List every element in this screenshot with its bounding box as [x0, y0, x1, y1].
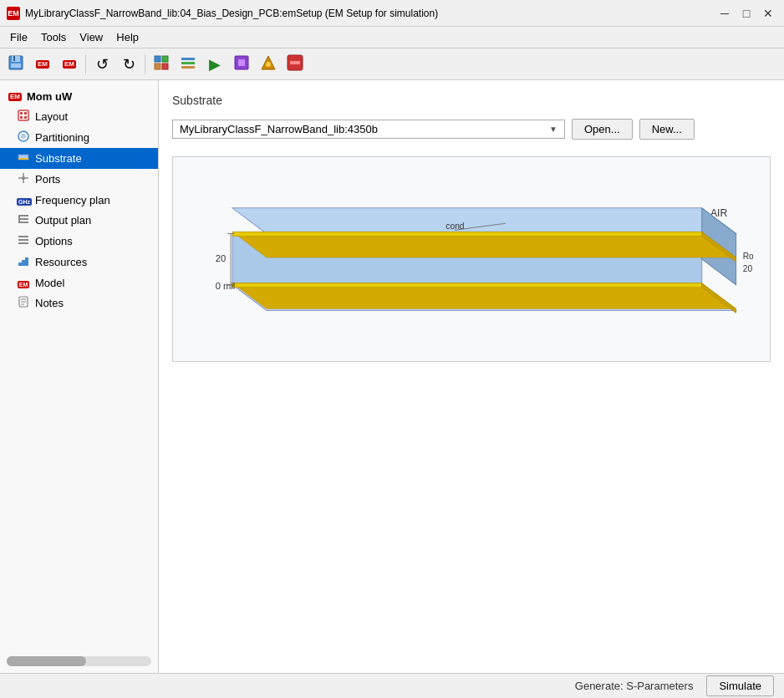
- svg-rect-20: [24, 112, 27, 115]
- sidebar-header-label: Mom uW: [27, 90, 72, 103]
- simulate-button[interactable]: Simulate: [706, 675, 774, 696]
- undo-button[interactable]: ↺: [89, 52, 115, 77]
- partitioning-icon: [17, 130, 30, 145]
- sidebar-item-options[interactable]: Options: [0, 231, 158, 252]
- maximize-button[interactable]: □: [737, 4, 756, 23]
- sidebar-item-output-plan[interactable]: Output plan: [0, 210, 158, 231]
- substrate-diagram: AIR cond: [172, 156, 771, 362]
- undo-icon: ↺: [96, 55, 109, 74]
- sidebar-header: EM Mom uW: [0, 87, 158, 106]
- svg-rect-8: [181, 58, 195, 60]
- substrate-row: MyLibraryClassF_NarrowBand_lib:4350b ▼ O…: [172, 119, 771, 140]
- sidebar-scrollbar[interactable]: [7, 656, 151, 666]
- svg-rect-12: [238, 59, 245, 66]
- output-icon: [17, 213, 30, 227]
- new-button[interactable]: New...: [639, 119, 695, 140]
- notes-icon: [17, 296, 30, 310]
- separator1: [85, 54, 86, 74]
- svg-text:20 mil: 20 mil: [743, 264, 753, 273]
- svg-point-28: [22, 176, 25, 180]
- main-layout: EM Mom uW Layout Partitioning Substrate: [0, 80, 784, 673]
- sidebar-ports-label: Ports: [35, 173, 60, 186]
- svg-rect-18: [20, 112, 23, 115]
- svg-text:cond: cond: [445, 222, 464, 231]
- resources-icon: [17, 255, 30, 269]
- redo-button[interactable]: ↻: [116, 52, 141, 77]
- sidebar-notes-label: Notes: [35, 297, 64, 309]
- sidebar-resources-label: Resources: [35, 256, 87, 268]
- tool2-button[interactable]: [176, 52, 201, 77]
- title-bar-left: EM MyLibraryClassF_NarrowBand_lib:04_Bia…: [7, 7, 438, 20]
- tool2-icon: [180, 54, 196, 74]
- dropdown-arrow-icon: ▼: [549, 125, 557, 134]
- em2-icon: EM: [63, 60, 76, 69]
- save-button[interactable]: [3, 52, 28, 77]
- em1-button[interactable]: EM: [30, 52, 55, 77]
- substrate-svg: AIR cond: [190, 174, 753, 344]
- em2-button[interactable]: EM: [57, 52, 82, 77]
- sidebar-item-substrate[interactable]: Substrate: [0, 148, 158, 169]
- sidebar-frequency-label: Frequency plan: [35, 194, 110, 206]
- tool3-icon: [233, 54, 250, 74]
- menu-view[interactable]: View: [73, 28, 109, 46]
- svg-rect-32: [18, 215, 20, 223]
- title-bar: EM MyLibraryClassF_NarrowBand_lib:04_Bia…: [0, 0, 784, 27]
- play-button[interactable]: ▶: [202, 52, 227, 77]
- svg-rect-16: [290, 61, 300, 64]
- tool1-button[interactable]: [149, 52, 174, 77]
- section-title: Substrate: [172, 94, 771, 107]
- svg-rect-1: [12, 56, 20, 62]
- svg-rect-38: [25, 257, 28, 266]
- sidebar-item-notes[interactable]: Notes: [0, 293, 158, 313]
- toolbar: EM EM ↺ ↻ ▶: [0, 48, 784, 80]
- svg-point-14: [266, 62, 271, 67]
- window-controls[interactable]: ─ □ ✕: [715, 4, 777, 23]
- sidebar-model-label: Model: [35, 277, 64, 289]
- svg-rect-34: [18, 239, 28, 241]
- svg-rect-37: [22, 260, 25, 266]
- svg-rect-48: [232, 232, 702, 236]
- svg-rect-3: [11, 64, 21, 68]
- svg-rect-33: [18, 236, 28, 237]
- substrate-dropdown[interactable]: MyLibraryClassF_NarrowBand_lib:4350b ▼: [172, 120, 565, 139]
- sidebar-substrate-label: Substrate: [35, 152, 82, 165]
- sidebar-item-resources[interactable]: Resources: [0, 252, 158, 273]
- options-icon: [17, 234, 30, 248]
- sidebar-item-frequency-plan[interactable]: GHz Frequency plan: [0, 190, 158, 210]
- sidebar-item-model[interactable]: EM Model: [0, 273, 158, 293]
- tool3-button[interactable]: [229, 52, 254, 77]
- svg-rect-7: [162, 64, 168, 69]
- sidebar: EM Mom uW Layout Partitioning Substrate: [0, 80, 159, 673]
- menu-bar: File Tools View Help: [0, 27, 784, 48]
- sidebar-item-ports[interactable]: Ports: [0, 169, 158, 190]
- svg-rect-9: [181, 62, 195, 64]
- sidebar-options-label: Options: [35, 235, 73, 247]
- status-bar: Generate: S-Parameters Simulate: [0, 673, 784, 698]
- minimize-button[interactable]: ─: [715, 4, 734, 23]
- menu-help[interactable]: Help: [109, 28, 145, 46]
- tool5-icon: [287, 54, 303, 74]
- svg-rect-51: [232, 283, 702, 288]
- svg-rect-36: [18, 262, 22, 266]
- svg-text:0 mil: 0 mil: [216, 281, 236, 291]
- sidebar-item-partitioning[interactable]: Partitioning: [0, 127, 158, 148]
- tool5-button[interactable]: [283, 52, 308, 77]
- layout-icon: [17, 110, 30, 124]
- menu-tools[interactable]: Tools: [34, 28, 73, 46]
- tool4-button[interactable]: [256, 52, 281, 77]
- model-icon: EM: [17, 276, 30, 289]
- svg-point-23: [21, 134, 26, 139]
- ports-icon: [17, 172, 30, 186]
- close-button[interactable]: ✕: [759, 4, 777, 23]
- svg-rect-4: [155, 56, 160, 62]
- svg-rect-35: [18, 242, 28, 244]
- substrate-icon: [17, 151, 30, 166]
- open-button[interactable]: Open...: [572, 119, 633, 140]
- tool1-icon: [153, 54, 170, 74]
- svg-rect-10: [181, 66, 195, 69]
- svg-rect-19: [20, 116, 23, 119]
- menu-file[interactable]: File: [3, 28, 34, 46]
- sidebar-item-layout[interactable]: Layout: [0, 106, 158, 127]
- svg-marker-43: [232, 208, 736, 234]
- separator2: [145, 54, 145, 74]
